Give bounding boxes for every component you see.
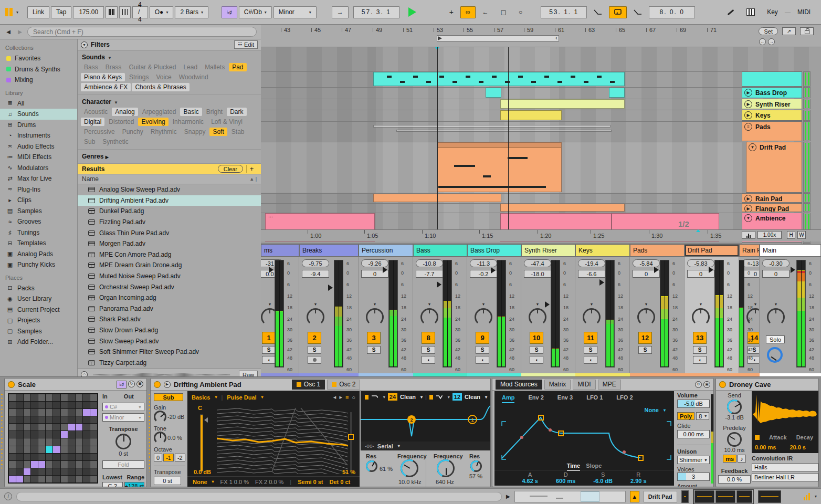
- result-item[interactable]: MPE Dream Grain Drone.adg: [78, 260, 261, 271]
- track-activator-number[interactable]: 3: [367, 332, 381, 344]
- monitor-speaker-icon[interactable]: ◖: [476, 356, 489, 364]
- sidebar-item[interactable]: ≍Audio Effects: [0, 141, 77, 152]
- track-header[interactable]: ▶Flangy Pad: [742, 203, 802, 212]
- filter-tag[interactable]: Ambience & FX: [81, 83, 131, 91]
- scale-grid-cell[interactable]: [9, 446, 16, 453]
- scale-grid-cell[interactable]: [83, 402, 90, 408]
- freq1-knob[interactable]: [401, 459, 418, 477]
- filter-display[interactable]: 2 1: [361, 404, 491, 440]
- prev-wavetable-icon[interactable]: ◂: [333, 394, 336, 401]
- volume-fader-value[interactable]: 0: [762, 270, 790, 278]
- mixer-track-name[interactable]: ms: [261, 244, 299, 257]
- search-input[interactable]: Search (Cmd + F): [27, 27, 257, 37]
- scale-grid-cell[interactable]: [46, 431, 52, 438]
- filter-tag[interactable]: Chords & Phrases: [132, 83, 189, 91]
- scale-grid-cell[interactable]: [16, 394, 23, 401]
- sidebar-item[interactable]: ⊟Templates: [0, 238, 77, 249]
- device-on-toggle[interactable]: [719, 381, 726, 388]
- groove-amount-selector[interactable]: O●▾: [150, 6, 174, 18]
- scale-grid-cell[interactable]: [53, 431, 60, 438]
- sidebar-item[interactable]: ▸Clips: [0, 195, 77, 206]
- scale-grid-cell[interactable]: [38, 424, 45, 430]
- circle-view-icon[interactable]: ○: [352, 394, 355, 401]
- sidebar-item[interactable]: ♫Sounds: [0, 109, 77, 120]
- subtab-lfo2[interactable]: LFO 2: [616, 394, 633, 403]
- play-icon[interactable]: ▶: [744, 100, 752, 108]
- scale-grid-cell[interactable]: [76, 409, 82, 416]
- subtab-amp[interactable]: Amp: [502, 394, 514, 403]
- sidebar-item[interactable]: ▢Samples: [0, 326, 77, 337]
- scale-grid-cell[interactable]: [53, 409, 60, 416]
- scale-grid-cell[interactable]: [46, 461, 52, 468]
- filter-tag[interactable]: Rhythmic: [148, 128, 180, 136]
- scale-grid-cell[interactable]: [38, 409, 45, 416]
- scale-grid-cell[interactable]: [46, 402, 52, 408]
- track-height-button[interactable]: H: [787, 231, 795, 239]
- result-item[interactable]: Muted Noise Sweep Pad.adv: [78, 271, 261, 282]
- tab-midi[interactable]: MIDI: [573, 380, 595, 390]
- ir-file-select[interactable]: Berliner Hall LR: [752, 473, 818, 481]
- scale-grid-cell[interactable]: [16, 461, 23, 468]
- sidebar-item[interactable]: Mixing: [0, 75, 77, 86]
- scale-grid-cell[interactable]: [31, 468, 38, 475]
- filter-tag[interactable]: Sub: [81, 138, 98, 146]
- lowpass-icon[interactable]: [371, 394, 378, 400]
- follow-button[interactable]: →: [332, 6, 349, 18]
- poly-mode-button[interactable]: Poly: [677, 412, 694, 420]
- scale-grid-cell[interactable]: [76, 461, 82, 468]
- track-activator-number[interactable]: 2: [308, 332, 321, 344]
- scale-selector[interactable]: Minor▾: [273, 6, 317, 18]
- scale-grid-cell[interactable]: [90, 476, 97, 482]
- scale-grid-cell[interactable]: [68, 476, 75, 482]
- sidebar-item[interactable]: Drums & Synths: [0, 64, 77, 75]
- osc-level-slider[interactable]: [200, 414, 203, 472]
- sidebar-item[interactable]: ⊞Drums: [0, 120, 77, 131]
- scale-mode-select[interactable]: Minor▼: [102, 413, 144, 422]
- filter-tag[interactable]: Voice: [153, 73, 174, 81]
- scale-grid-cell[interactable]: [76, 416, 82, 423]
- automation-mode-button[interactable]: ∞: [460, 6, 476, 18]
- zoom-level-display[interactable]: 1.00x: [757, 231, 782, 239]
- filter-tag[interactable]: Dark: [227, 108, 246, 116]
- preview-headphone-icon[interactable]: ◠: [81, 371, 88, 376]
- filter-tag[interactable]: Punchy: [119, 128, 146, 136]
- scale-grid-cell[interactable]: [31, 454, 38, 460]
- scale-grid-cell[interactable]: [38, 446, 45, 453]
- scale-grid-cell[interactable]: [31, 416, 38, 423]
- sidebar-item[interactable]: ◔Instruments: [0, 130, 77, 141]
- track-width-button[interactable]: W: [797, 231, 806, 239]
- solo-button[interactable]: S: [476, 346, 489, 354]
- volume-fader-value[interactable]: -6.6: [578, 270, 605, 278]
- arrangement-clip[interactable]: [500, 99, 625, 109]
- scale-grid-cell[interactable]: [68, 438, 75, 445]
- link-handle-icon[interactable]: ↗: [782, 27, 796, 35]
- scale-grid-cell[interactable]: [61, 402, 68, 408]
- genres-filter-title[interactable]: Genres ▶: [78, 150, 261, 164]
- filter-tag[interactable]: Arpeggiated: [139, 108, 180, 116]
- cue-volume-knob[interactable]: [767, 347, 783, 363]
- result-item[interactable]: Slow Sweep Pad.adv: [78, 335, 261, 346]
- pan-knob[interactable]: [767, 308, 785, 326]
- decay-value[interactable]: 600 ms: [556, 478, 575, 484]
- fader-handle[interactable]: [328, 285, 333, 291]
- scale-grid-cell[interactable]: [24, 461, 30, 468]
- sidebar-item[interactable]: ▣Punchy Kicks: [0, 259, 77, 270]
- sounds-filter-title[interactable]: Sounds▼: [78, 50, 261, 62]
- scale-grid-cell[interactable]: [9, 438, 16, 445]
- midi-note[interactable]: [413, 76, 418, 78]
- solo-button[interactable]: S: [530, 346, 543, 354]
- scale-grid-cell[interactable]: [9, 409, 16, 416]
- scale-grid-cell[interactable]: [24, 409, 30, 416]
- scale-grid-cell[interactable]: [53, 394, 60, 401]
- transpose-knob[interactable]: [115, 434, 131, 449]
- scale-grid-cell[interactable]: [53, 438, 60, 445]
- key-map-button[interactable]: Key: [762, 6, 783, 18]
- scale-grid-cell[interactable]: [46, 446, 52, 453]
- device-thumbnail[interactable]: [681, 490, 689, 503]
- scale-grid-cell[interactable]: [83, 394, 90, 401]
- midi-note[interactable]: [531, 81, 536, 83]
- fader-handle[interactable]: [709, 267, 713, 273]
- midi-note[interactable]: [426, 81, 431, 83]
- arrangement-clip[interactable]: [486, 88, 501, 98]
- midi-note[interactable]: [505, 81, 510, 83]
